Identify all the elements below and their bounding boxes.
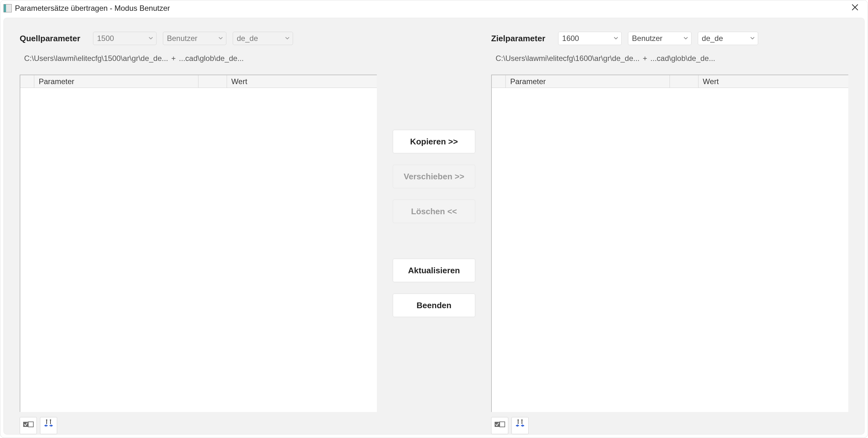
table-header-parameter[interactable]: Parameter (506, 75, 670, 88)
target-swap-button[interactable] (512, 417, 529, 434)
source-version-select[interactable]: 1500 (93, 32, 157, 45)
swap-arrows-icon (515, 419, 525, 432)
table-header-wert[interactable]: Wert (227, 75, 377, 88)
source-toggle-check-button[interactable] (20, 417, 37, 434)
table-body[interactable] (20, 88, 377, 412)
target-panel: Zielparameter 1600 Benutzer (491, 31, 848, 434)
table-header-parameter[interactable]: Parameter (34, 75, 198, 88)
move-button[interactable]: Verschieben >> (393, 165, 475, 188)
exit-button[interactable]: Beenden (393, 293, 475, 317)
svg-rect-13 (500, 422, 505, 427)
svg-marker-15 (521, 419, 523, 420)
svg-marker-5 (50, 419, 52, 420)
swap-arrows-icon (43, 419, 54, 432)
window: Parametersätze übertragen - Modus Benutz… (0, 0, 868, 438)
target-table[interactable]: Parameter Wert (491, 74, 848, 412)
target-path: C:\Users\lawmi\elitecfg\1600\ar\gr\de_de… (491, 52, 848, 65)
svg-rect-3 (28, 422, 33, 427)
table-header-wert[interactable]: Wert (699, 75, 848, 88)
source-mode-select[interactable]: Benutzer (163, 32, 226, 45)
chevron-down-icon (285, 36, 290, 41)
svg-marker-14 (517, 419, 519, 420)
content-area: Quellparameter 1500 Benutzer (3, 18, 865, 435)
chevron-down-icon (614, 36, 619, 41)
source-lang-select[interactable]: de_de (233, 32, 293, 45)
table-header: Parameter Wert (492, 75, 848, 88)
table-header-spacer (670, 75, 699, 88)
svg-marker-19 (516, 424, 518, 427)
checkbox-toggle-icon (23, 419, 34, 432)
svg-marker-11 (51, 424, 53, 427)
svg-marker-21 (522, 424, 524, 427)
source-path: C:\Users\lawmi\elitecfg\1500\ar\gr\de_de… (20, 52, 377, 65)
source-panel: Quellparameter 1500 Benutzer (20, 31, 377, 434)
checkbox-toggle-icon (494, 419, 505, 432)
window-title: Parametersätze übertragen - Modus Benutz… (15, 4, 170, 13)
chevron-down-icon (750, 36, 755, 41)
target-version-select[interactable]: 1600 (558, 32, 622, 45)
chevron-down-icon (218, 36, 223, 41)
table-header-spacer (198, 75, 227, 88)
source-table[interactable]: Parameter Wert (20, 74, 377, 412)
source-swap-button[interactable] (40, 417, 57, 434)
svg-rect-12 (495, 422, 500, 427)
refresh-button[interactable]: Aktualisieren (393, 259, 475, 282)
titlebar: Parametersätze übertragen - Modus Benutz… (0, 0, 868, 16)
table-header-checkbox[interactable] (492, 75, 506, 88)
target-lang-select[interactable]: de_de (698, 32, 758, 45)
chevron-down-icon (684, 36, 689, 41)
source-label: Quellparameter (20, 34, 80, 43)
app-icon (3, 4, 12, 12)
table-body[interactable] (492, 88, 848, 412)
svg-marker-9 (44, 424, 46, 427)
copy-button[interactable]: Kopieren >> (393, 130, 475, 153)
target-label: Zielparameter (491, 34, 546, 43)
table-header-checkbox[interactable] (20, 75, 34, 88)
target-mode-select[interactable]: Benutzer (628, 32, 691, 45)
action-button-column: Kopieren >> Verschieben >> Löschen << Ak… (390, 31, 478, 434)
target-toggle-check-button[interactable] (491, 417, 508, 434)
close-button[interactable] (845, 2, 865, 14)
svg-rect-2 (23, 422, 28, 427)
chevron-down-icon (149, 36, 154, 41)
svg-marker-4 (46, 419, 48, 420)
close-icon (851, 3, 859, 13)
delete-button[interactable]: Löschen << (393, 200, 475, 223)
table-header: Parameter Wert (20, 75, 377, 88)
